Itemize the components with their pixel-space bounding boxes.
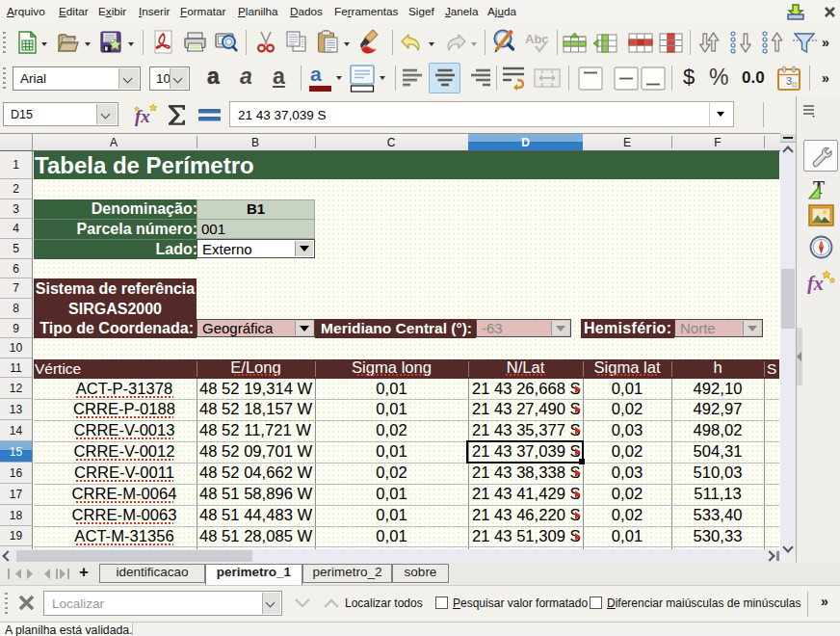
svg-text:fx: fx (807, 273, 824, 294)
svg-text:3: 3 (786, 75, 792, 87)
